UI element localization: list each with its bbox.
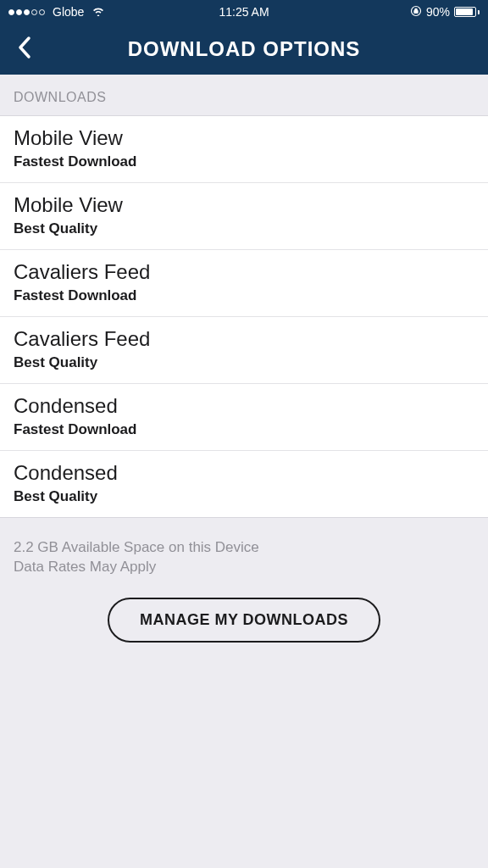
available-space-label: 2.2 GB Available Space on this Device: [14, 538, 474, 558]
download-options-list: Mobile View Fastest Download Mobile View…: [0, 116, 488, 518]
orientation-lock-icon: [410, 5, 422, 19]
chevron-left-icon: [17, 35, 32, 60]
battery-icon: [454, 7, 480, 17]
item-title: Condensed: [14, 394, 474, 418]
list-item[interactable]: Condensed Fastest Download: [0, 384, 488, 451]
item-subtitle: Best Quality: [14, 354, 474, 371]
list-item[interactable]: Cavaliers Feed Best Quality: [0, 317, 488, 384]
page-title: DOWNLOAD OPTIONS: [13, 37, 475, 61]
list-item[interactable]: Condensed Best Quality: [0, 451, 488, 518]
status-left: Globe: [8, 5, 105, 19]
list-item[interactable]: Mobile View Best Quality: [0, 183, 488, 250]
item-subtitle: Best Quality: [14, 220, 474, 237]
list-item[interactable]: Cavaliers Feed Fastest Download: [0, 250, 488, 317]
carrier-label: Globe: [53, 5, 84, 19]
list-item[interactable]: Mobile View Fastest Download: [0, 116, 488, 183]
item-title: Mobile View: [14, 193, 474, 217]
data-rates-label: Data Rates May Apply: [14, 558, 474, 577]
item-subtitle: Fastest Download: [14, 421, 474, 438]
item-subtitle: Fastest Download: [14, 153, 474, 170]
item-subtitle: Fastest Download: [14, 287, 474, 304]
status-bar: Globe 11:25 AM 90%: [0, 0, 488, 24]
manage-downloads-button[interactable]: MANAGE MY DOWNLOADS: [108, 598, 380, 643]
item-title: Condensed: [14, 461, 474, 485]
item-title: Cavaliers Feed: [14, 260, 474, 284]
section-header-downloads: DOWNLOADS: [0, 75, 488, 116]
status-right: 90%: [410, 5, 480, 19]
wifi-icon: [92, 5, 105, 19]
nav-bar: DOWNLOAD OPTIONS: [0, 24, 488, 75]
signal-strength-icon: [8, 9, 45, 15]
back-button[interactable]: [17, 35, 32, 64]
footer-section: 2.2 GB Available Space on this Device Da…: [0, 518, 488, 663]
status-time: 11:25 AM: [219, 5, 269, 19]
item-title: Cavaliers Feed: [14, 327, 474, 351]
item-title: Mobile View: [14, 126, 474, 150]
item-subtitle: Best Quality: [14, 488, 474, 505]
battery-percent: 90%: [426, 5, 450, 19]
